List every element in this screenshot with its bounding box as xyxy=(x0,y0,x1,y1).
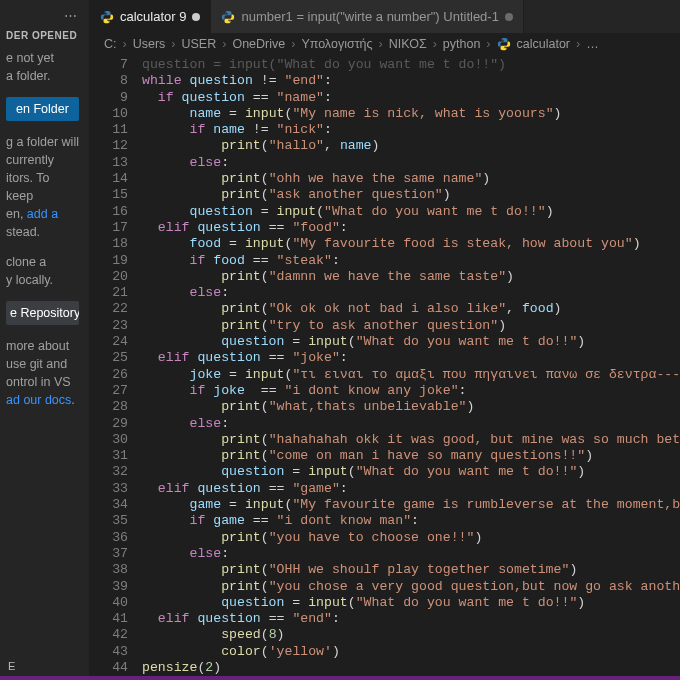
code-line[interactable]: elif question == "joke": xyxy=(142,350,680,366)
explorer-sidebar: ⋯ DER OPENED e not yeta folder. en Folde… xyxy=(0,0,90,680)
more-icon[interactable]: ⋯ xyxy=(6,8,79,26)
code-line[interactable]: question = input("What do you want me t … xyxy=(142,334,680,350)
code-line[interactable]: print("try to ask another question") xyxy=(142,318,680,334)
code-line[interactable]: food = input("My favourite food is steak… xyxy=(142,236,680,252)
chevron-right-icon: › xyxy=(291,37,295,51)
chevron-right-icon: › xyxy=(486,37,490,51)
status-bar[interactable] xyxy=(0,676,680,680)
code-line[interactable]: print("hallo", name) xyxy=(142,138,680,154)
sidebar-text-2: g a folder will currently itors. To keep… xyxy=(6,133,79,241)
code-line[interactable]: print("damnn we have the same taste") xyxy=(142,269,680,285)
editor-tab[interactable]: calculator 9 xyxy=(90,0,211,33)
code-content[interactable]: question = input("What do you want me t … xyxy=(142,55,680,680)
code-line[interactable]: print("what,thats unbelievable") xyxy=(142,399,680,415)
line-number-gutter: 7891011121314151617181920212223242526272… xyxy=(90,55,142,680)
code-line[interactable]: question = input("What do you want me t … xyxy=(142,595,680,611)
editor-tab[interactable]: number1 = input("wirte a number") Untitl… xyxy=(211,0,523,33)
tab-label: calculator 9 xyxy=(120,9,186,24)
code-line[interactable]: name = input("My name is nick, what is y… xyxy=(142,106,680,122)
breadcrumb-segment[interactable]: python xyxy=(443,37,481,51)
code-line[interactable]: joke = input("τι ειναι το αμαξι που πηγα… xyxy=(142,367,680,383)
clone-repository-button[interactable]: e Repository xyxy=(6,301,79,325)
code-line[interactable]: print("you have to choose one!!") xyxy=(142,530,680,546)
chevron-right-icon: › xyxy=(379,37,383,51)
code-line[interactable]: else: xyxy=(142,416,680,432)
code-line[interactable]: print("you chose a very good question,bu… xyxy=(142,579,680,595)
breadcrumb-segment[interactable]: USER xyxy=(182,37,217,51)
code-line[interactable]: while question != "end": xyxy=(142,73,680,89)
code-line[interactable]: print("ohh we have the same name") xyxy=(142,171,680,187)
breadcrumb[interactable]: C:›Users›USER›OneDrive›Υπολογιστής›ΝΙΚΟΣ… xyxy=(90,33,680,55)
python-icon xyxy=(221,10,235,24)
code-line[interactable]: if game == "i dont know man": xyxy=(142,513,680,529)
section-header: DER OPENED xyxy=(6,30,79,41)
breadcrumb-segment[interactable]: OneDrive xyxy=(232,37,285,51)
code-line[interactable]: print("ask another question") xyxy=(142,187,680,203)
code-line[interactable]: question = input("What do you want me t … xyxy=(142,57,680,73)
code-line[interactable]: game = input("My favourite game is rumbl… xyxy=(142,497,680,513)
breadcrumb-file[interactable]: calculator xyxy=(517,37,571,51)
chevron-right-icon: › xyxy=(171,37,175,51)
docs-link[interactable]: ad our docs xyxy=(6,393,71,407)
code-line[interactable]: elif question == "food": xyxy=(142,220,680,236)
sidebar-outline-collapsed[interactable]: E xyxy=(8,660,15,672)
code-line[interactable]: question = input("What do you want me t … xyxy=(142,204,680,220)
code-line[interactable]: elif question == "game": xyxy=(142,481,680,497)
sidebar-text-4: more about use git and ontrol in VS ad o… xyxy=(6,337,79,409)
chevron-right-icon: › xyxy=(433,37,437,51)
code-line[interactable]: if name != "nick": xyxy=(142,122,680,138)
code-line[interactable]: else: xyxy=(142,285,680,301)
editor-area: calculator 9number1 = input("wirte a num… xyxy=(90,0,680,680)
code-line[interactable]: print("come on man i have so many questi… xyxy=(142,448,680,464)
code-line[interactable]: else: xyxy=(142,155,680,171)
code-editor[interactable]: 7891011121314151617181920212223242526272… xyxy=(90,55,680,680)
chevron-right-icon: › xyxy=(123,37,127,51)
code-line[interactable]: question = input("What do you want me t … xyxy=(142,464,680,480)
code-line[interactable]: if joke == "i dont know any joke": xyxy=(142,383,680,399)
unsaved-dot-icon xyxy=(192,13,200,21)
breadcrumb-segment[interactable]: ΝΙΚΟΣ xyxy=(389,37,427,51)
breadcrumb-segment[interactable]: C: xyxy=(104,37,117,51)
tab-bar: calculator 9number1 = input("wirte a num… xyxy=(90,0,680,33)
code-line[interactable]: speed(8) xyxy=(142,627,680,643)
chevron-right-icon: › xyxy=(576,37,580,51)
code-line[interactable]: print("Ok ok ok not bad i also like", fo… xyxy=(142,301,680,317)
breadcrumb-more[interactable]: … xyxy=(586,37,599,51)
tab-label: number1 = input("wirte a number") Untitl… xyxy=(241,9,498,24)
code-line[interactable]: print("hahahahah okk it was good, but mi… xyxy=(142,432,680,448)
sidebar-text-3: clone ay locally. xyxy=(6,253,79,289)
code-line[interactable]: print("OHH we shoulf play together somet… xyxy=(142,562,680,578)
chevron-right-icon: › xyxy=(222,37,226,51)
sidebar-text-1: e not yeta folder. xyxy=(6,49,79,85)
breadcrumb-segment[interactable]: Υπολογιστής xyxy=(301,37,372,51)
python-icon xyxy=(497,37,511,51)
code-line[interactable]: color('yellow') xyxy=(142,644,680,660)
code-line[interactable]: pensize(2) xyxy=(142,660,680,676)
code-line[interactable]: if question == "name": xyxy=(142,90,680,106)
code-line[interactable]: elif question == "end": xyxy=(142,611,680,627)
python-icon xyxy=(100,10,114,24)
breadcrumb-segment[interactable]: Users xyxy=(133,37,166,51)
add-link[interactable]: add a xyxy=(27,207,58,221)
code-line[interactable]: else: xyxy=(142,546,680,562)
open-folder-button[interactable]: en Folder xyxy=(6,97,79,121)
unsaved-dot-icon xyxy=(505,13,513,21)
code-line[interactable]: if food == "steak": xyxy=(142,253,680,269)
